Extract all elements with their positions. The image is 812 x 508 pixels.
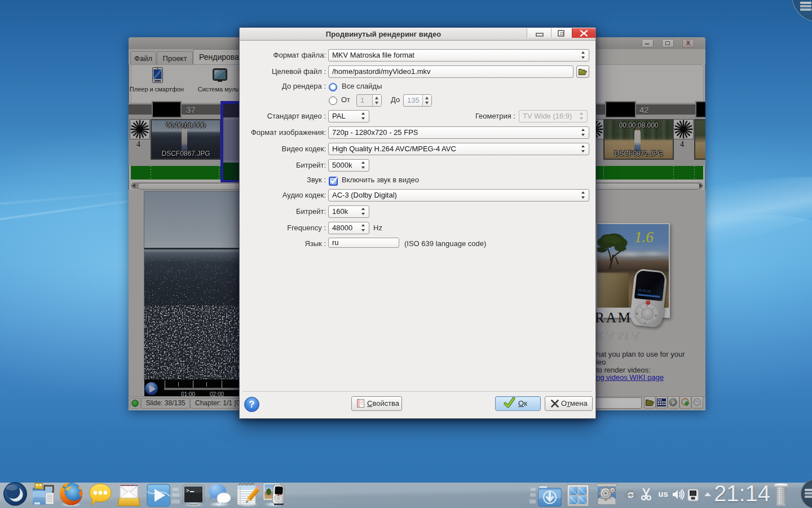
svg-text:◀: ◀ — [636, 312, 638, 315]
svg-text:▼: ▼ — [643, 321, 647, 325]
svg-text:▶: ▶ — [655, 313, 658, 317]
svg-text:>: > — [186, 488, 189, 494]
